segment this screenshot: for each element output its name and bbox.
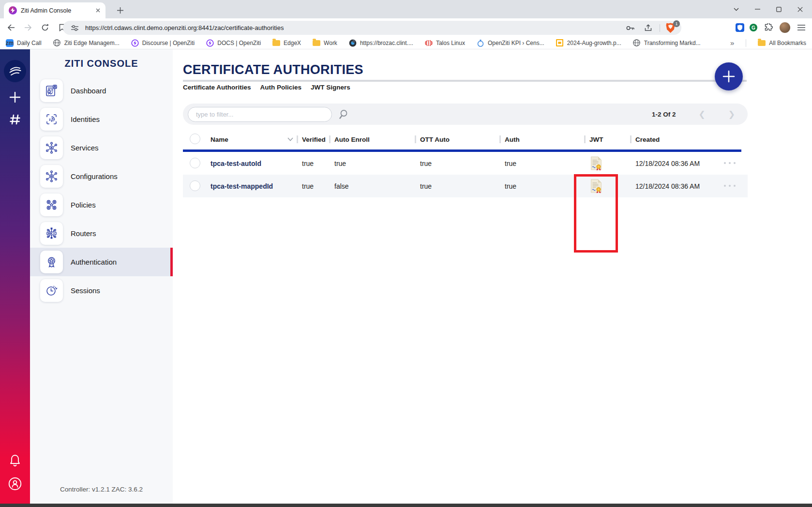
bitwarden-icon[interactable] bbox=[736, 23, 744, 32]
sidebar-item-label: Policies bbox=[71, 201, 96, 209]
sidebar-item-label: Configurations bbox=[71, 172, 118, 180]
browser-menu-icon[interactable] bbox=[796, 22, 807, 33]
column-auth[interactable]: Auth bbox=[505, 128, 520, 150]
rail-add-button[interactable] bbox=[8, 90, 22, 104]
sidebar-item-label: Routers bbox=[71, 229, 96, 238]
bookmark-daily-call[interactable]: zm Daily Call bbox=[6, 39, 42, 47]
sidebar-item-services[interactable]: Services bbox=[30, 134, 173, 162]
bookmark-folder-work[interactable]: Work bbox=[313, 40, 337, 46]
profile-icon[interactable] bbox=[7, 476, 23, 492]
search-icon[interactable] bbox=[337, 108, 349, 120]
ca-name[interactable]: tpca-test-mappedId bbox=[211, 175, 273, 197]
ziti-logo-icon[interactable] bbox=[4, 60, 26, 82]
tab-auth-policies[interactable]: Auth Policies bbox=[260, 84, 302, 91]
row-actions-button[interactable] bbox=[724, 162, 736, 164]
select-all-checkbox[interactable] bbox=[190, 134, 200, 144]
sidebar-item-sessions[interactable]: Sessions bbox=[30, 276, 173, 305]
brave-shield-icon[interactable]: 1 bbox=[666, 23, 677, 33]
address-bar[interactable]: https://ctrl.cdaws.clint.demo.openziti.o… bbox=[63, 21, 681, 35]
row-checkbox[interactable] bbox=[190, 180, 200, 191]
sidebar-item-policies[interactable]: Policies bbox=[30, 191, 173, 219]
forward-button[interactable] bbox=[22, 22, 34, 33]
folder-icon bbox=[272, 40, 280, 46]
add-ca-button[interactable] bbox=[715, 62, 743, 90]
maximize-button[interactable] bbox=[774, 5, 783, 14]
column-divider bbox=[630, 135, 632, 143]
zac-app: ZITI CONSOLE Dashboard Identities bbox=[0, 49, 812, 504]
bookmark-label: Work bbox=[324, 40, 337, 46]
minimize-button[interactable] bbox=[753, 5, 762, 14]
sidebar-item-authentication[interactable]: Authentication bbox=[30, 248, 173, 276]
ziti-favicon-icon bbox=[9, 6, 17, 15]
omnibox-divider bbox=[660, 24, 660, 32]
column-ott-auto[interactable]: OTT Auto bbox=[420, 128, 450, 150]
bookmark-label: Talos Linux bbox=[436, 40, 465, 46]
bookmark-label: Transforming Markd... bbox=[644, 40, 701, 46]
rail-hash-button[interactable] bbox=[8, 112, 22, 127]
services-icon bbox=[40, 136, 63, 159]
certificate-icon[interactable] bbox=[590, 152, 602, 175]
cell-ott-auto: true bbox=[420, 152, 432, 175]
password-key-icon[interactable] bbox=[625, 22, 636, 34]
column-created[interactable]: Created bbox=[635, 128, 660, 150]
filter-bar: 1-2 Of 2 ❮ ❯ bbox=[183, 104, 748, 125]
notifications-bell-icon[interactable] bbox=[7, 452, 23, 469]
url-text[interactable]: https://ctrl.cdaws.clint.demo.openziti.o… bbox=[85, 24, 625, 31]
prev-page-button[interactable]: ❮ bbox=[699, 109, 706, 119]
certificate-icon[interactable] bbox=[590, 175, 602, 197]
row-actions-button[interactable] bbox=[724, 185, 736, 187]
bookmark-label: 2024-Aug-growth.p... bbox=[567, 40, 621, 46]
bookmark-discourse-openziti[interactable]: Discourse | OpenZiti bbox=[131, 39, 195, 47]
sidebar-item-label: Dashboard bbox=[71, 87, 106, 95]
new-tab-button[interactable] bbox=[115, 5, 125, 15]
page-title: CERTIFICATE AUTHORITIES bbox=[183, 62, 363, 77]
column-jwt[interactable]: JWT bbox=[589, 128, 603, 150]
extensions-puzzle-icon[interactable] bbox=[763, 22, 774, 33]
cell-created: 12/18/2024 08:36 AM bbox=[635, 152, 700, 175]
bookmark-transforming-markdown[interactable]: Transforming Markd... bbox=[633, 39, 701, 47]
tab-search-chevron-icon[interactable] bbox=[732, 5, 740, 14]
talos-icon bbox=[425, 39, 433, 47]
tab-close-icon[interactable] bbox=[94, 7, 102, 15]
share-icon[interactable] bbox=[642, 22, 654, 34]
column-name[interactable]: Name bbox=[211, 128, 228, 150]
sidebar-item-dashboard[interactable]: Dashboard bbox=[30, 76, 173, 105]
bookmarks-overflow-button[interactable]: » bbox=[730, 39, 734, 47]
bookmark-label: Discourse | OpenZiti bbox=[142, 40, 195, 46]
sidebar-item-identities[interactable]: Identities bbox=[30, 105, 173, 134]
column-auto-enroll[interactable]: Auto Enroll bbox=[334, 128, 370, 150]
column-verified[interactable]: Verified bbox=[302, 128, 326, 150]
table-row[interactable]: tpca-test-autoId true true true true 12/… bbox=[183, 152, 748, 175]
ca-name[interactable]: tpca-test-autoId bbox=[211, 152, 261, 175]
row-checkbox[interactable] bbox=[190, 158, 200, 168]
bookmark-folder-edgex[interactable]: EdgeX bbox=[272, 40, 301, 46]
bookmark-ziti-edge[interactable]: Ziti Edge Managem... bbox=[53, 39, 120, 47]
cell-verified: true bbox=[302, 152, 314, 175]
sidebar-item-routers[interactable]: Routers bbox=[30, 219, 173, 248]
column-divider bbox=[584, 135, 586, 143]
bookmark-2024-aug-growth[interactable]: 2024-Aug-growth.p... bbox=[556, 39, 621, 47]
next-page-button[interactable]: ❯ bbox=[728, 109, 735, 119]
tab-jwt-signers[interactable]: JWT Signers bbox=[311, 84, 350, 91]
app-brand: ZITI CONSOLE bbox=[30, 58, 173, 69]
back-button[interactable] bbox=[5, 22, 17, 33]
bookmark-talos-linux[interactable]: Talos Linux bbox=[425, 39, 465, 47]
bookmark-docs-openziti[interactable]: DOCS | OpenZiti bbox=[206, 39, 261, 47]
browser-tab[interactable]: Ziti Admin Console bbox=[4, 2, 105, 18]
bookmark-label: DOCS | OpenZiti bbox=[217, 40, 261, 46]
reload-button[interactable] bbox=[39, 22, 51, 33]
bookmark-brozac[interactable]: https://brozac.clint.... bbox=[349, 39, 413, 47]
sidebar-item-configurations[interactable]: Configurations bbox=[30, 162, 173, 191]
bookmark-openziti-kpi[interactable]: OpenZiti KPI › Cens... bbox=[477, 39, 544, 47]
table-row[interactable]: tpca-test-mappedId true false true true … bbox=[183, 175, 748, 197]
profile-avatar[interactable] bbox=[780, 22, 790, 33]
sidebar-nav: Dashboard Identities Services bbox=[30, 76, 173, 305]
all-bookmarks-button[interactable]: All Bookmarks bbox=[758, 40, 806, 46]
close-window-button[interactable] bbox=[796, 5, 804, 14]
grammarly-icon[interactable]: G bbox=[750, 24, 757, 31]
sort-chevron-icon[interactable] bbox=[287, 137, 293, 141]
tab-certificate-authorities[interactable]: Certificate Authorities bbox=[183, 84, 251, 91]
globe-icon bbox=[53, 39, 61, 47]
site-info-icon[interactable] bbox=[69, 22, 80, 34]
filter-input[interactable] bbox=[188, 107, 332, 122]
